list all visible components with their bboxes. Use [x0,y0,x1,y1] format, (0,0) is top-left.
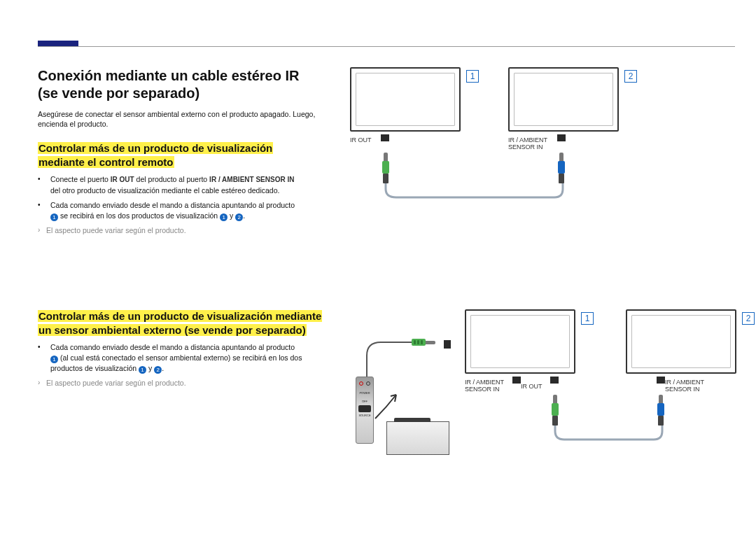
number-badge-1: 1 [139,366,146,374]
port-box [557,134,566,141]
note-a: El aspecto puede variar según el product… [38,226,332,234]
header-accent [38,41,78,46]
bullets-b: • Cada comando enviado desde el mando a … [38,342,332,374]
port-box [444,340,451,349]
number-badge-1: 1 [50,356,58,363]
subheading-remote-l2: mediante el control remoto [38,156,174,168]
bullet-a1: • Conecte el puerto IR OUT del producto … [38,174,332,196]
bullets-a: • Conecte el puerto IR OUT del producto … [38,174,332,221]
subheading-remote: Controlar más de un producto de visualiz… [38,141,332,169]
green-jack-icon [552,395,559,416]
bullet-b1: • Cada comando enviado desde el mando a … [38,342,332,374]
header-rule [38,46,735,47]
bullet-marker: • [38,200,41,211]
diagram-2: 1 2 IR / AMBIENT SENSOR IN IR OUT IR / A… [346,309,735,470]
subheading-sensor-l2: un sensor ambiental externo (se vende po… [38,324,307,336]
sensor-box-icon [386,421,449,455]
monitor-1-badge: 1 [466,70,479,83]
port-box [381,134,389,141]
port-box [657,377,665,384]
bullet-a2: • Cada comando enviado desde el mando a … [38,200,332,221]
blue-jack-icon [657,395,664,416]
ir-arrow-icon [372,386,405,421]
intro-text: Asegúrese de conectar el sensor ambienta… [38,109,332,129]
title-line-1: Conexión mediante un cable estéreo IR [38,68,299,83]
cable-path-2 [550,416,669,444]
number-badge-2: 2 [235,213,243,221]
page-title: Conexión mediante un cable estéreo IR (s… [38,67,332,102]
monitor-2b [626,309,736,374]
label-ir-ambient-2b: IR / AMBIENT SENSOR IN [665,379,704,393]
number-badge-2: 2 [154,366,162,374]
number-badge-1: 1 [220,213,227,221]
remote-control-icon: POWER OFF SOURCE [356,377,374,444]
port-box [550,377,559,384]
monitor-1 [350,67,461,132]
label-ir-ambient: IR / AMBIENT SENSOR IN [508,137,547,151]
bullet-marker: • [38,174,41,185]
title-line-2: (se vende por separado) [38,85,200,101]
green-jack-icon [382,153,389,174]
monitor-1b-badge: 1 [581,312,594,325]
bullet-marker: • [38,342,41,353]
port-box [512,377,521,384]
subheading-remote-l1: Controlar más de un producto de visualiz… [38,142,273,154]
subheading-sensor: Controlar más de un producto de visualiz… [38,309,332,337]
label-ir-out-1b: IR OUT [521,384,542,391]
number-badge-1: 1 [50,213,58,221]
monitor-2-badge: 2 [624,70,637,83]
label-ir-out: IR OUT [350,137,372,144]
label-ir-ambient-1b: IR / AMBIENT SENSOR IN [465,379,504,393]
subheading-sensor-l1: Controlar más de un producto de visualiz… [38,310,322,322]
diagram-1: 1 2 IR OUT IR / AMBIENT SENSOR IN [346,67,735,200]
monitor-2b-badge: 2 [742,312,755,325]
monitor-2 [508,67,619,132]
cable-path [381,174,570,202]
monitor-1b [465,309,575,374]
note-b: El aspecto puede variar según el product… [38,379,332,387]
blue-jack-icon [558,153,565,174]
